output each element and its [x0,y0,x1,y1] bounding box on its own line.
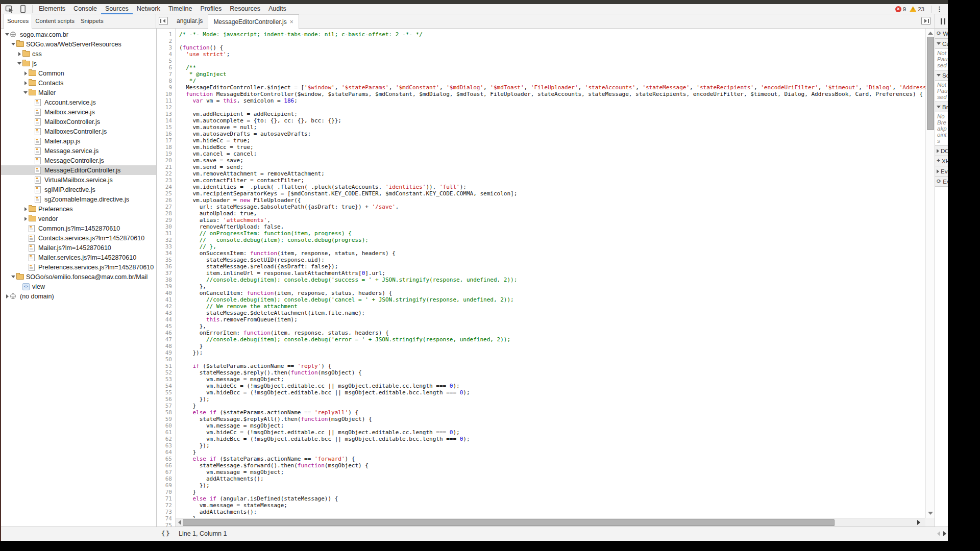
sidebar-pane-scope[interactable]: Scope [935,70,948,81]
line-number[interactable]: 52 [157,369,175,376]
tree-item-messagecontroller-js[interactable]: MessageController.js [0,156,156,165]
chevron-down-icon[interactable] [5,33,9,36]
line-number[interactable]: 37 [157,270,175,277]
line-number[interactable]: 40 [157,290,175,296]
chevron-down-icon[interactable] [11,43,15,45]
line-number[interactable]: 42 [157,303,175,310]
code-content[interactable]: /* -*- Mode: javascript; indent-tabs-mod… [176,29,925,527]
line-number[interactable]: 35 [157,257,175,263]
line-number[interactable]: 10 [157,91,175,97]
line-number[interactable]: 55 [157,389,175,396]
line-number[interactable]: 30 [157,223,175,230]
line-number[interactable]: 11 [157,97,175,104]
line-number[interactable]: 74 [157,515,175,522]
tree-item-no-domain[interactable]: (no domain) [0,291,156,301]
vertical-scrollbar[interactable] [925,29,935,518]
line-number[interactable]: 68 [157,475,175,482]
show-drawer-icon[interactable] [921,17,930,25]
navigator-tab-sources[interactable]: Sources [4,14,32,29]
line-number[interactable]: 56 [157,396,175,403]
line-number[interactable]: 24 [157,184,175,190]
error-count[interactable]: 9 [903,6,906,12]
line-number[interactable]: 16 [157,131,175,137]
tree-item-common[interactable]: Common [0,68,156,78]
chevron-right-icon[interactable] [24,81,27,85]
tree-item-virtualmailbox-service-js[interactable]: VirtualMailbox.service.js [0,175,156,185]
main-tab-profiles[interactable]: Profiles [196,4,226,14]
navigator-tab-content-scripts[interactable]: Content scripts [32,14,78,28]
tree-item-account-service-js[interactable]: Account.service.js [0,97,156,107]
line-number[interactable]: 69 [157,482,175,489]
line-number[interactable]: 51 [157,363,175,369]
line-number[interactable]: 2 [157,38,175,44]
error-badge-icon[interactable]: ✕ [895,6,901,12]
line-number[interactable]: 58 [157,409,175,416]
line-number[interactable]: 39 [157,283,175,290]
line-number[interactable]: 33 [157,243,175,250]
tree-item-mailer-services-js-lm-1452870610[interactable]: Mailer.services.js?lm=1452870610 [0,253,156,262]
line-number[interactable]: 13 [157,111,175,117]
line-number[interactable]: 18 [157,144,175,151]
tree-item-sogo-so-emilio-fonseca-mav-com-br-mail[interactable]: SOGo/so/emilio.fonseca@mav.com.br/Mail [0,272,156,282]
tree-item-common-js-lm-1452870610[interactable]: Common.js?lm=1452870610 [0,223,156,233]
line-number[interactable]: 60 [157,422,175,429]
tree-item-mailer-app-js[interactable]: Mailer.app.js [0,136,156,146]
tree-item-message-service-js[interactable]: Message.service.js [0,146,156,156]
line-number[interactable]: 65 [157,456,175,462]
sidebar-pane-event-listeners[interactable]: ⟳Event Listeners [935,177,948,187]
code-editor[interactable]: 1234567891011121314151617181920212223242… [157,29,925,527]
device-mode-icon[interactable] [18,5,28,13]
chevron-right-icon[interactable] [6,294,9,298]
sidebar-pane-dom-breakpoints[interactable]: DOM Breakpoints [935,146,948,156]
line-number[interactable]: 38 [157,277,175,283]
line-number[interactable]: 63 [157,442,175,449]
tree-item-mailboxcontroller-js[interactable]: MailboxController.js [0,117,156,127]
tree-item-sogo-mav-com-br[interactable]: sogo.mav.com.br [0,30,156,39]
line-number[interactable]: 20 [157,157,175,164]
tree-item-contacts-services-js-lm-1452870610[interactable]: Contacts.services.js?lm=1452870610 [0,233,156,243]
tree-item-sgimip-directive-js[interactable]: sgIMIP.directive.js [0,185,156,194]
line-number[interactable]: 53 [157,376,175,383]
line-number[interactable]: 44 [157,316,175,323]
line-number[interactable]: 54 [157,383,175,389]
line-number[interactable]: 57 [157,403,175,409]
main-tab-timeline[interactable]: Timeline [164,4,197,14]
scroll-left-icon[interactable] [176,518,183,527]
main-tab-elements[interactable]: Elements [35,4,69,14]
warning-count[interactable]: 23 [918,6,924,12]
tree-item-preferences-services-js-lm-1452870610[interactable]: Preferences.services.js?lm=1452870610 [0,262,156,272]
tree-item-preferences[interactable]: Preferences [0,204,156,214]
line-number[interactable]: 71 [157,495,175,502]
devtools-menu-icon[interactable]: ⋮ [935,6,944,13]
sidebar-pane-watch-expressions[interactable]: ⟳Watch Expressions [935,29,948,39]
navigator-tab-snippets[interactable]: Snippets [78,14,107,28]
tree-item-sogo-woa-webserverresources[interactable]: SOGo.woa/WebServerResources [0,39,156,49]
line-number[interactable]: 3 [157,44,175,51]
tree-item-messageeditorcontroller-js[interactable]: MessageEditorController.js [0,165,156,175]
chevron-right-icon[interactable] [24,71,27,76]
line-number[interactable]: 48 [157,343,175,349]
line-number[interactable]: 1 [157,31,175,38]
file-tab-angular-js[interactable]: angular.js [172,14,208,28]
tree-item-css[interactable]: css [0,49,156,59]
line-number[interactable]: 27 [157,204,175,210]
line-number[interactable]: 4 [157,51,175,58]
sidebar-pane-event-listener-breakpoints[interactable]: Event Listener Breakpoints [935,166,948,177]
history-forward-icon[interactable] [943,531,946,536]
main-tab-sources[interactable]: Sources [101,4,133,14]
line-number[interactable]: 5 [157,58,175,64]
line-number[interactable]: 22 [157,170,175,177]
hide-navigator-icon[interactable] [159,17,168,25]
history-back-icon[interactable] [937,531,940,536]
horizontal-scrollbar[interactable] [176,518,925,527]
line-number[interactable]: 72 [157,502,175,509]
pause-script-icon[interactable] [941,18,945,24]
main-tab-audits[interactable]: Audits [264,4,290,14]
close-tab-icon[interactable]: × [290,19,293,25]
line-number-gutter[interactable]: 1234567891011121314151617181920212223242… [157,29,176,527]
line-number[interactable]: 61 [157,429,175,436]
horizontal-scrollbar-thumb[interactable] [183,519,835,526]
line-number[interactable]: 12 [157,104,175,111]
tree-item-mailboxescontroller-js[interactable]: MailboxesController.js [0,127,156,136]
line-number[interactable]: 46 [157,330,175,336]
